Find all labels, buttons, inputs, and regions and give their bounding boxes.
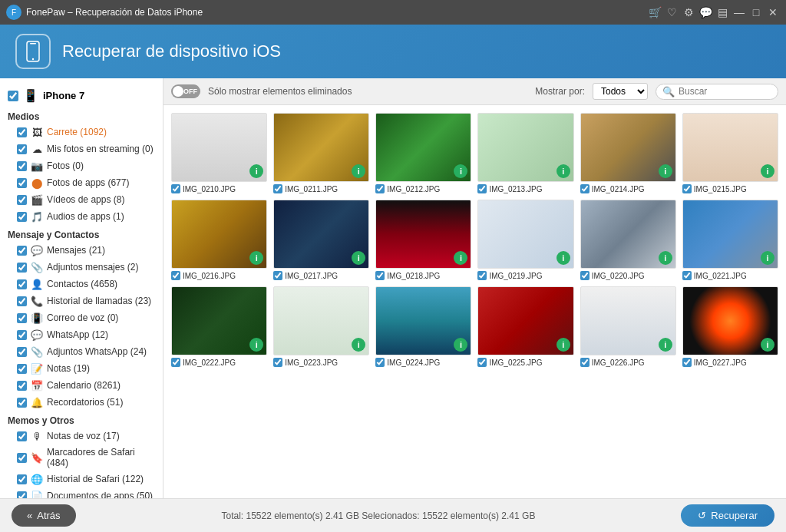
message-icon[interactable]: 💬	[698, 5, 712, 19]
info-badge[interactable]: i	[659, 338, 672, 352]
sidebar-item-recordatorios[interactable]: 🔔 Recordatorios (51)	[0, 394, 163, 411]
info-badge[interactable]: i	[761, 164, 774, 178]
notas-voz-checkbox[interactable]	[17, 431, 27, 441]
grid-item[interactable]: iIMG_0212.JPG	[375, 113, 471, 193]
info-badge[interactable]: i	[454, 164, 467, 178]
streaming-checkbox[interactable]	[17, 144, 27, 154]
window-close-btn[interactable]: ✕	[766, 5, 780, 19]
grid-item-checkbox[interactable]	[375, 271, 385, 280]
recordatorios-checkbox[interactable]	[17, 398, 27, 408]
audios-apps-checkbox[interactable]	[17, 212, 27, 222]
sidebar-item-notas-voz[interactable]: 🎙 Notas de voz (17)	[0, 428, 163, 444]
sidebar-item-adjuntos-wa[interactable]: 📎 Adjuntos WhatsApp (24)	[0, 343, 163, 360]
sidebar-item-marcadores[interactable]: 🔖 Marcadores de Safari (484)	[0, 444, 163, 471]
grid-item[interactable]: iIMG_0216.JPG	[171, 200, 267, 280]
adjuntos-wa-checkbox[interactable]	[17, 347, 27, 357]
historial-safari-checkbox[interactable]	[17, 474, 27, 484]
grid-item[interactable]: iIMG_0215.JPG	[682, 113, 778, 193]
info-badge[interactable]: i	[454, 338, 467, 352]
info-badge[interactable]: i	[556, 251, 570, 265]
documentos-checkbox[interactable]	[17, 491, 27, 499]
sidebar-item-correo-voz[interactable]: 📳 Correo de voz (0)	[0, 309, 163, 326]
grid-item[interactable]: iIMG_0214.JPG	[580, 113, 676, 193]
grid-item[interactable]: iIMG_0211.JPG	[273, 113, 369, 193]
sidebar-item-calendario[interactable]: 📅 Calendario (8261)	[0, 377, 163, 394]
grid-item[interactable]: iIMG_0227.JPG	[682, 286, 778, 367]
contactos-checkbox[interactable]	[17, 279, 27, 289]
whatsapp-checkbox[interactable]	[17, 330, 27, 340]
grid-item[interactable]: iIMG_0224.JPG	[375, 286, 471, 367]
sidebar-item-videos-apps[interactable]: 🎬 Vídeos de apps (8)	[0, 191, 163, 208]
search-input[interactable]	[679, 86, 771, 97]
grid-item-checkbox[interactable]	[375, 184, 385, 193]
device-checkbox[interactable]	[8, 91, 18, 101]
grid-item-checkbox[interactable]	[477, 184, 487, 193]
notas-checkbox[interactable]	[17, 364, 27, 374]
filter-select[interactable]: Todos Fotos Vídeos	[593, 83, 648, 100]
grid-item[interactable]: iIMG_0217.JPG	[273, 200, 369, 280]
videos-apps-checkbox[interactable]	[17, 195, 27, 205]
grid-item[interactable]: iIMG_0213.JPG	[477, 113, 573, 193]
fotos-checkbox[interactable]	[17, 161, 27, 171]
llamadas-checkbox[interactable]	[17, 296, 27, 306]
toggle-track[interactable]: OFF	[171, 84, 200, 98]
info-badge[interactable]: i	[556, 164, 570, 178]
grid-item-checkbox[interactable]	[580, 184, 590, 193]
info-badge[interactable]: i	[249, 338, 263, 352]
grid-item-checkbox[interactable]	[682, 184, 692, 193]
sidebar-item-adjuntos[interactable]: 📎 Adjuntos mensajes (2)	[0, 259, 163, 276]
sidebar-item-whatsapp[interactable]: 💬 WhatsApp (12)	[0, 326, 163, 343]
info-badge[interactable]: i	[249, 251, 263, 265]
sidebar-item-notas[interactable]: 📝 Notas (19)	[0, 360, 163, 377]
grid-item-checkbox[interactable]	[477, 358, 487, 367]
window-minimize-btn[interactable]: —	[732, 5, 746, 19]
grid-item-checkbox[interactable]	[580, 271, 590, 280]
info-badge[interactable]: i	[352, 338, 365, 352]
grid-item-checkbox[interactable]	[375, 358, 385, 367]
grid-item[interactable]: iIMG_0222.JPG	[171, 286, 267, 367]
info-badge[interactable]: i	[761, 251, 774, 265]
info-badge[interactable]: i	[352, 251, 365, 265]
info-badge[interactable]: i	[659, 251, 672, 265]
minimize-icon[interactable]: 🛒	[648, 5, 662, 19]
fotos-apps-checkbox[interactable]	[17, 178, 27, 188]
heartbeat-icon[interactable]: ♡	[665, 5, 679, 19]
calendario-checkbox[interactable]	[17, 381, 27, 391]
mensajes-checkbox[interactable]	[17, 246, 27, 256]
window-maximize-btn[interactable]: □	[749, 5, 763, 19]
toggle-switch[interactable]: OFF	[171, 84, 200, 98]
grid-item[interactable]: iIMG_0219.JPG	[477, 200, 573, 280]
grid-item[interactable]: iIMG_0223.JPG	[273, 286, 369, 367]
window-controls[interactable]: 🛒 ♡ ⚙ 💬 ▤ — □ ✕	[648, 5, 780, 19]
sidebar-item-historial-safari[interactable]: 🌐 Historial de Safari (122)	[0, 471, 163, 487]
grid-item-checkbox[interactable]	[682, 358, 692, 367]
back-button[interactable]: « Atrás	[12, 504, 76, 527]
info-badge[interactable]: i	[249, 164, 263, 178]
sidebar-item-contactos[interactable]: 👤 Contactos (4658)	[0, 276, 163, 292]
adjuntos-checkbox[interactable]	[17, 263, 27, 273]
settings-icon[interactable]: ⚙	[682, 5, 695, 19]
chat-icon[interactable]: ▤	[715, 5, 729, 19]
info-badge[interactable]: i	[659, 164, 672, 178]
sidebar-item-llamadas[interactable]: 📞 Historial de llamadas (23)	[0, 292, 163, 309]
grid-item[interactable]: iIMG_0225.JPG	[477, 286, 573, 367]
sidebar-item-documentos[interactable]: 📄 Documentos de apps (50)	[0, 487, 163, 498]
grid-item-checkbox[interactable]	[580, 358, 590, 367]
grid-item-checkbox[interactable]	[273, 184, 282, 193]
grid-item[interactable]: iIMG_0218.JPG	[375, 200, 471, 280]
grid-item[interactable]: iIMG_0210.JPG	[171, 113, 267, 193]
grid-item[interactable]: iIMG_0226.JPG	[580, 286, 676, 367]
grid-item-checkbox[interactable]	[477, 271, 487, 280]
grid-item[interactable]: iIMG_0220.JPG	[580, 200, 676, 280]
sidebar-item-streaming[interactable]: ☁ Mis fotos en streaming (0)	[0, 140, 163, 157]
sidebar-item-fotos[interactable]: 📷 Fotos (0)	[0, 157, 163, 174]
sidebar-item-mensajes[interactable]: 💬 Mensajes (21)	[0, 242, 163, 259]
grid-item-checkbox[interactable]	[273, 358, 282, 367]
grid-item-checkbox[interactable]	[171, 271, 180, 280]
grid-item[interactable]: iIMG_0221.JPG	[682, 200, 778, 280]
info-badge[interactable]: i	[761, 338, 774, 352]
marcadores-checkbox[interactable]	[17, 453, 27, 463]
grid-item-checkbox[interactable]	[171, 184, 180, 193]
info-badge[interactable]: i	[556, 338, 570, 352]
carrete-checkbox[interactable]	[17, 127, 27, 137]
